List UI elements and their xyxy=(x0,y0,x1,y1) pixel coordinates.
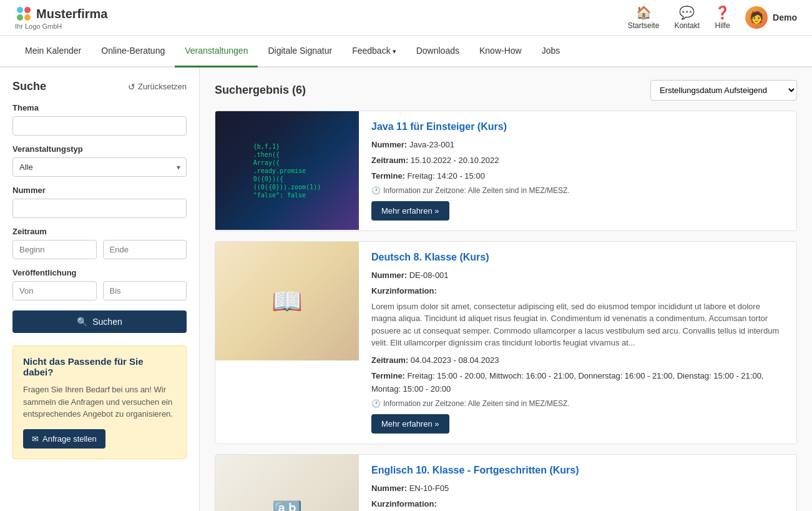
sidebar-title-row: Suche ↺ Zurücksetzen xyxy=(12,80,187,93)
user-area[interactable]: 🧑 Demo xyxy=(745,6,797,29)
anfrage-button[interactable]: ✉ Anfrage stellen xyxy=(23,429,105,449)
mehr-button-java[interactable]: Mehr erfahren » xyxy=(371,201,449,221)
course-card-englisch: 🔡 Englisch 10. Klasse - Fortgeschritten … xyxy=(215,454,797,511)
kurzinfo-label-deutsch: Kurzinformation: xyxy=(371,286,437,295)
nummer-value-englisch: EN-10-F05 xyxy=(409,484,449,493)
kurzinfo-label-englisch: Kurzinformation: xyxy=(371,499,437,509)
header-right: 🏠 Startseite 💬 Kontakt ❓ Hilfe 🧑 Demo xyxy=(628,5,797,30)
svg-point-3 xyxy=(24,14,31,21)
course-meta-termine-deutsch: Termine: Freitag: 15:00 - 20:00, Mittwoc… xyxy=(371,370,784,396)
logo-area: Musterfirma Ihr Logo GmbH xyxy=(15,5,107,30)
book-icon: 📖 xyxy=(271,287,303,316)
zeitraum-label-java: Zeitraum: xyxy=(371,156,408,165)
nav-downloads[interactable]: Downloads xyxy=(406,36,469,67)
content: Suchergebnis (6) Erstellungsdatum Aufste… xyxy=(200,67,812,511)
logo: Musterfirma xyxy=(15,5,107,22)
zeitraum-label-deutsch: Zeitraum: xyxy=(371,355,408,365)
search-button[interactable]: 🔍 Suchen xyxy=(12,310,187,333)
nav-veranstaltungen[interactable]: Veranstaltungen xyxy=(175,36,258,67)
course-info-java: Java 11 für Einsteiger (Kurs) Nummer: Ja… xyxy=(359,111,796,231)
veroeffentlichung-bis-input[interactable] xyxy=(103,281,187,300)
logo-sub: Ihr Logo GmbH xyxy=(15,22,62,30)
nummer-input[interactable] xyxy=(12,199,187,218)
course-image-englisch: 🔡 xyxy=(215,455,359,511)
nav-feedback[interactable]: Feedback xyxy=(342,36,406,67)
course-meta-kurzinfo-deutsch: Kurzinformation: xyxy=(371,285,784,298)
mehr-label-java: Mehr erfahren » xyxy=(381,206,439,216)
course-meta-kurzinfo-englisch: Kurzinformation: xyxy=(371,498,784,511)
zeitraum-label: Zeitraum xyxy=(12,227,187,236)
reset-icon: ↺ xyxy=(128,82,135,92)
zeitraum-row xyxy=(12,240,187,259)
nummer-value-deutsch: DE-08-001 xyxy=(409,270,449,280)
header: Musterfirma Ihr Logo GmbH 🏠 Startseite 💬… xyxy=(0,0,812,36)
nav-mein-kalender[interactable]: Mein Kalender xyxy=(15,36,91,67)
veranstaltungstyp-select[interactable]: Alle Kurs Webinar Workshop xyxy=(12,157,187,177)
logo-icon xyxy=(15,5,32,22)
course-title-deutsch[interactable]: Deutsch 8. Klasse (Kurs) xyxy=(371,252,784,263)
scrabble-icon: 🔡 xyxy=(271,500,303,511)
nav-bar: Mein Kalender Online-Beratung Veranstalt… xyxy=(0,36,812,67)
search-icon: 🔍 xyxy=(77,317,87,327)
course-meta-nummer-deutsch: Nummer: DE-08-001 xyxy=(371,269,784,282)
zeitraum-value-deutsch: 04.04.2023 - 08.04.2023 xyxy=(411,355,499,365)
course-desc-deutsch: Lorem ipsum dolor sit amet, consectetur … xyxy=(371,300,784,349)
veroeffentlichung-von-input[interactable] xyxy=(12,281,97,300)
course-meta-termine-java: Termine: Freitag: 14:20 - 15:00 xyxy=(371,170,784,183)
thema-input[interactable] xyxy=(12,116,187,136)
nummer-value-java: Java-23-001 xyxy=(409,140,454,149)
nav-know-how[interactable]: Know-How xyxy=(469,36,532,67)
nummer-label-java: Nummer: xyxy=(371,140,407,149)
veroeffentlichung-row xyxy=(12,281,187,300)
nav-digitale-signatur[interactable]: Digitale Signatur xyxy=(258,36,342,67)
header-nav-startseite-label: Startseite xyxy=(628,21,660,30)
zeitraum-begin-input[interactable] xyxy=(12,240,97,259)
course-title-englisch[interactable]: Englisch 10. Klasse - Fortgeschritten (K… xyxy=(371,465,784,476)
timezone-note-java: 🕐 Information zur Zeitzone: Alle Zeiten … xyxy=(371,186,784,195)
clock-icon-deutsch: 🕐 xyxy=(371,399,381,408)
header-nav-kontakt[interactable]: 💬 Kontakt xyxy=(674,5,700,30)
sidebar: Suche ↺ Zurücksetzen Thema Veranstaltung… xyxy=(0,67,200,511)
timezone-text-java: Information zur Zeitzone: Alle Zeiten si… xyxy=(383,186,570,195)
header-nav-kontakt-label: Kontakt xyxy=(674,21,700,30)
course-meta-nummer-java: Nummer: Java-23-001 xyxy=(371,139,784,152)
timezone-note-deutsch: 🕐 Information zur Zeitzone: Alle Zeiten … xyxy=(371,399,784,408)
nav-online-beratung[interactable]: Online-Beratung xyxy=(91,36,175,67)
svg-point-0 xyxy=(17,7,23,13)
course-title-java[interactable]: Java 11 für Einsteiger (Kurs) xyxy=(371,121,784,132)
zeitraum-value-java: 15.10.2022 - 20.10.2022 xyxy=(411,156,499,165)
course-image-deutsch: 📖 xyxy=(215,242,359,360)
help-icon: ❓ xyxy=(715,5,730,20)
nummer-label-deutsch: Nummer: xyxy=(371,270,407,280)
course-meta-zeitraum-java: Zeitraum: 15.10.2022 - 20.10.2022 xyxy=(371,154,784,167)
zeitraum-end-input[interactable] xyxy=(103,240,187,259)
mehr-button-deutsch[interactable]: Mehr erfahren » xyxy=(371,414,449,434)
veranstaltungstyp-wrapper: Alle Kurs Webinar Workshop ▾ xyxy=(12,157,187,177)
reset-button[interactable]: ↺ Zurücksetzen xyxy=(128,82,187,92)
veroeffentlichung-label: Veröffentlichung xyxy=(12,268,187,277)
results-count: (6) xyxy=(292,84,306,96)
course-meta-zeitraum-deutsch: Zeitraum: 04.04.2023 - 08.04.2023 xyxy=(371,354,784,367)
header-nav-hilfe-label: Hilfe xyxy=(715,21,730,30)
termine-label-java: Termine: xyxy=(371,171,405,181)
user-name: Demo xyxy=(773,12,797,22)
termine-value-deutsch: Freitag: 15:00 - 20:00, Mittwoch: 16:00 … xyxy=(371,371,763,394)
clock-icon-java: 🕐 xyxy=(371,186,381,195)
course-info-deutsch: Deutsch 8. Klasse (Kurs) Nummer: DE-08-0… xyxy=(359,242,796,444)
java-code-decoration: {b,f,1} .then({ Array({ .ready.promise 0… xyxy=(253,142,321,199)
mehr-label-deutsch: Mehr erfahren » xyxy=(381,419,439,429)
termine-label-deutsch: Termine: xyxy=(371,371,405,380)
sort-select[interactable]: Erstellungsdatum Aufsteigend Erstellungs… xyxy=(650,80,797,101)
nummer-label: Nummer xyxy=(12,186,187,195)
header-nav-hilfe[interactable]: ❓ Hilfe xyxy=(715,5,730,30)
thema-label: Thema xyxy=(12,103,187,112)
home-icon: 🏠 xyxy=(636,5,652,20)
results-title-text: Suchergebnis xyxy=(215,84,292,96)
logo-name: Musterfirma xyxy=(36,7,107,21)
course-image-java: {b,f,1} .then({ Array({ .ready.promise 0… xyxy=(215,111,359,230)
header-nav-startseite[interactable]: 🏠 Startseite xyxy=(628,5,660,30)
svg-point-1 xyxy=(24,7,31,13)
nav-jobs[interactable]: Jobs xyxy=(532,36,570,67)
termine-value-java: Freitag: 14:20 - 15:00 xyxy=(408,171,485,181)
veranstaltungstyp-label: Veranstaltungstyp xyxy=(12,144,187,154)
